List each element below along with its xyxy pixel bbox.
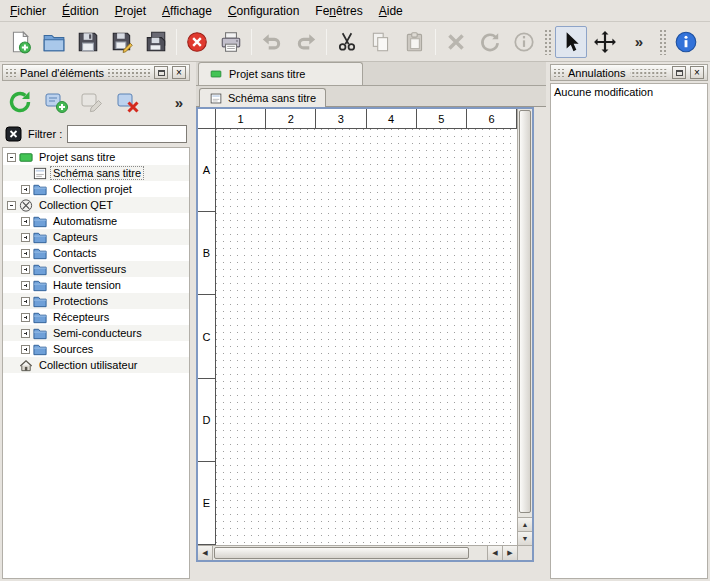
tree-item-semi-conducteurs[interactable]: Semi-conducteurs: [3, 325, 189, 341]
tree-item-collection-utilisateur[interactable]: Collection utilisateur: [3, 357, 189, 373]
schema-canvas[interactable]: [216, 129, 517, 545]
dock-grip[interactable]: [630, 69, 669, 77]
scroll-down-button[interactable]: ▼: [518, 531, 532, 545]
expander-box: [21, 329, 30, 338]
expander-minus[interactable]: [5, 201, 18, 210]
float-panel-button[interactable]: [154, 66, 168, 79]
tree-item-contacts[interactable]: Contacts: [3, 245, 189, 261]
scroll-up-button[interactable]: ▲: [518, 517, 532, 531]
panel-overflow-button[interactable]: »: [170, 86, 188, 118]
tab-schema[interactable]: Schéma sans titre: [199, 88, 326, 107]
new-project-button[interactable]: [4, 26, 36, 58]
clear-filter-button[interactable]: [5, 125, 23, 143]
toolbar-grip[interactable]: [659, 29, 666, 55]
menu-item-aide[interactable]: Aide: [371, 1, 411, 21]
tree-item-label: Collection utilisateur: [37, 359, 139, 371]
undo-button[interactable]: [256, 26, 288, 58]
pan-mode-button[interactable]: [589, 26, 621, 58]
paste-button[interactable]: [399, 26, 431, 58]
tree-item-haute-tension[interactable]: Haute tension: [3, 277, 189, 293]
about-button[interactable]: [670, 26, 702, 58]
scroll-left-button[interactable]: ◀: [198, 546, 213, 560]
dock-grip[interactable]: [554, 69, 564, 77]
rotate-button[interactable]: [474, 26, 506, 58]
expander-plus[interactable]: [19, 297, 32, 306]
vertical-scrollbar-buttons: ▲ ▼: [518, 517, 532, 545]
tree-item-automatisme[interactable]: Automatisme: [3, 213, 189, 229]
vertical-scrollbar-thumb[interactable]: [519, 110, 531, 513]
expander-plus[interactable]: [19, 233, 32, 242]
tree-item-collection-qet[interactable]: Collection QET: [3, 197, 189, 213]
tree-item-label: Automatisme: [51, 215, 119, 227]
tree-item-sources[interactable]: Sources: [3, 341, 189, 357]
menu-item-configuration[interactable]: Configuration: [220, 1, 307, 21]
dock-grip[interactable]: [6, 69, 16, 77]
menu-item-fichier[interactable]: Fichier: [2, 1, 54, 21]
tree-item-label: Protections: [51, 295, 110, 307]
delete-button[interactable]: [440, 26, 472, 58]
expander-plus[interactable]: [19, 249, 32, 258]
menu-item-fenetres[interactable]: Fenêtres: [307, 1, 370, 21]
save-as-button[interactable]: [106, 26, 138, 58]
toolbar-grip[interactable]: [544, 29, 551, 55]
close-panel-button[interactable]: ×: [690, 66, 704, 79]
scrollbar-corner: [517, 545, 532, 560]
edit-element-button[interactable]: [76, 86, 108, 118]
vertical-scrollbar[interactable]: ▲ ▼: [517, 109, 532, 545]
toolbar-group: [440, 26, 540, 58]
expander-plus[interactable]: [19, 281, 32, 290]
expander-plus[interactable]: [19, 329, 32, 338]
filter-input[interactable]: [67, 125, 187, 143]
copy-button[interactable]: [365, 26, 397, 58]
ruler-row: B: [198, 212, 215, 295]
menu-item-affichage[interactable]: Affichage: [154, 1, 220, 21]
expander-minus[interactable]: [5, 153, 18, 162]
ruler-row: A: [198, 129, 215, 212]
new-element-button[interactable]: [40, 86, 72, 118]
expander-plus[interactable]: [19, 217, 32, 226]
elements-panel-title: Panel d'éléments: [20, 67, 104, 79]
select-mode-button[interactable]: [555, 26, 587, 58]
menu-item-projet[interactable]: Projet: [107, 1, 154, 21]
close-panel-button[interactable]: ×: [172, 66, 186, 79]
folder-blue-icon: [32, 214, 48, 229]
tree-item-capteurs[interactable]: Capteurs: [3, 229, 189, 245]
expander-plus[interactable]: [19, 185, 32, 194]
toolbar-overflow-button[interactable]: »: [623, 26, 655, 58]
cut-button[interactable]: [331, 26, 363, 58]
project-green-icon: [18, 150, 34, 165]
delete-element-button[interactable]: [112, 86, 144, 118]
dock-grip[interactable]: [108, 69, 150, 77]
expander-box: [21, 233, 30, 242]
element-info-button[interactable]: [508, 26, 540, 58]
float-panel-button[interactable]: [672, 66, 686, 79]
tree-item-protections[interactable]: Protections: [3, 293, 189, 309]
undo-panel: Annulations × Aucune modification: [548, 62, 710, 581]
schema-icon: [209, 92, 223, 105]
undo-history-list[interactable]: Aucune modification: [550, 83, 708, 579]
open-project-button[interactable]: [38, 26, 70, 58]
tree-item-label: Collection projet: [51, 183, 134, 195]
tree-item-collection-projet[interactable]: Collection projet: [3, 181, 189, 197]
print-button[interactable]: [215, 26, 247, 58]
save-all-button[interactable]: [140, 26, 172, 58]
reload-collections-button[interactable]: [4, 86, 36, 118]
save-button[interactable]: [72, 26, 104, 58]
horizontal-scrollbar[interactable]: ◀ ◀ ▶: [198, 545, 517, 560]
menu-item-edition[interactable]: Édition: [54, 1, 107, 21]
redo-button[interactable]: [290, 26, 322, 58]
expander-plus[interactable]: [19, 313, 32, 322]
expander-plus[interactable]: [19, 265, 32, 274]
horizontal-scrollbar-thumb[interactable]: [214, 547, 469, 559]
expander-plus[interactable]: [19, 345, 32, 354]
scroll-left-button-2[interactable]: ◀: [487, 546, 502, 560]
tree-item-label: Schéma sans titre: [51, 167, 143, 179]
scroll-right-button[interactable]: ▶: [502, 546, 517, 560]
tree-item-convertisseurs[interactable]: Convertisseurs: [3, 261, 189, 277]
tree-item-recepteurs[interactable]: Récepteurs: [3, 309, 189, 325]
tree-item-projet-sans-titre[interactable]: Projet sans titre: [3, 149, 189, 165]
close-file-button[interactable]: [181, 26, 213, 58]
folder-blue-icon: [32, 342, 48, 357]
tree-item-schema-sans-titre[interactable]: Schéma sans titre: [3, 165, 189, 181]
tab-project[interactable]: Projet sans titre: [198, 62, 363, 85]
